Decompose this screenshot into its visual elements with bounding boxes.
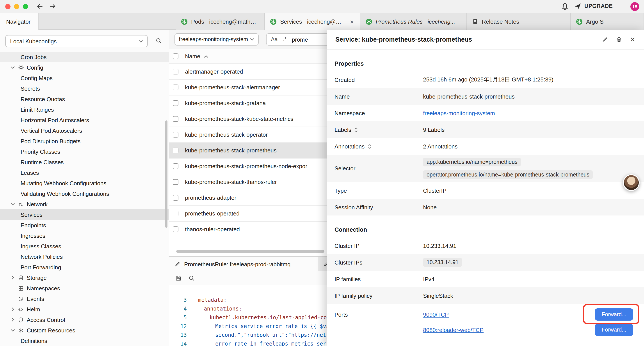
navigator-panel-tab[interactable]: Navigator bbox=[0, 13, 38, 30]
sidebar-item-validating-webhook-configurations[interactable]: Validating Webhook Configurations bbox=[0, 188, 169, 199]
row-checkbox[interactable] bbox=[173, 195, 178, 201]
horizontal-scrollbar[interactable] bbox=[176, 250, 324, 253]
edit-pencil-icon[interactable] bbox=[602, 36, 608, 42]
row-checkbox[interactable] bbox=[173, 163, 178, 169]
sidebar-item-secrets[interactable]: Secrets bbox=[0, 83, 169, 94]
delete-trash-icon[interactable] bbox=[616, 36, 622, 42]
sidebar-search-icon[interactable] bbox=[156, 38, 162, 44]
tab-services-icecheng-math[interactable]: Services - icecheng@math...× bbox=[265, 13, 360, 30]
save-icon[interactable] bbox=[175, 275, 182, 281]
close-icon[interactable]: × bbox=[630, 35, 635, 44]
detail-value: 9 Labels bbox=[423, 126, 636, 133]
detail-value: kube-prometheus-stack-prometheus bbox=[423, 93, 636, 100]
sort-updown-icon bbox=[354, 127, 358, 132]
port-link[interactable]: 9090/TCP bbox=[423, 311, 449, 318]
chevron-right-icon[interactable] bbox=[10, 307, 16, 311]
sidebar-item-label: Pod Disruption Budgets bbox=[20, 138, 80, 144]
upgrade-button[interactable]: UPGRADE bbox=[574, 3, 613, 10]
row-checkbox[interactable] bbox=[173, 116, 178, 122]
regex-toggle[interactable]: .* bbox=[283, 36, 287, 42]
sidebar-item-events[interactable]: Events bbox=[0, 294, 169, 304]
detail-label: Cluster IP bbox=[334, 242, 423, 249]
row-checkbox[interactable] bbox=[173, 148, 178, 153]
row-checkbox[interactable] bbox=[173, 69, 178, 74]
drawer-body: PropertiesCreated253d 16h 6m ago (2025年1… bbox=[326, 49, 644, 346]
port-line: 8080:reloader-web/TCPForward... bbox=[423, 324, 633, 336]
tab-pods-icecheng-mathmas[interactable]: Pods - icecheng@mathmas... bbox=[176, 13, 265, 30]
sidebar-item-resource-quotas[interactable]: Resource Quotas bbox=[0, 94, 169, 104]
match-case-toggle[interactable]: Aa bbox=[271, 36, 278, 42]
tab-prometheus-rules-icecheng[interactable]: Prometheus Rules - icecheng... bbox=[360, 13, 467, 30]
line-number: 14 bbox=[169, 340, 187, 346]
sidebar-item-label: Network bbox=[27, 201, 48, 207]
sidebar-item-leases[interactable]: Leases bbox=[0, 167, 169, 178]
kubeconfig-selector[interactable]: Local Kubeconfigs bbox=[5, 35, 148, 47]
chevron-down-icon[interactable] bbox=[10, 329, 16, 332]
sidebar-item-endpoints[interactable]: Endpoints bbox=[0, 220, 169, 230]
sidebar-scrollbar[interactable] bbox=[165, 120, 168, 228]
sidebar-item-cron-jobs[interactable]: Cron Jobs bbox=[0, 52, 169, 62]
name-column-header[interactable]: Name bbox=[185, 53, 200, 59]
row-checkbox[interactable] bbox=[173, 226, 178, 232]
row-checkbox[interactable] bbox=[173, 100, 178, 106]
forward-button[interactable]: Forward... bbox=[595, 324, 633, 336]
back-icon[interactable] bbox=[36, 3, 44, 10]
window-zoom-button[interactable] bbox=[23, 4, 28, 9]
kubernetes-icon bbox=[270, 18, 277, 25]
namespace-selector[interactable]: freeleaps-monitoring-system bbox=[174, 33, 259, 45]
sidebar-item-helm[interactable]: Helm bbox=[0, 304, 169, 315]
notifications-bell-icon[interactable] bbox=[561, 3, 568, 10]
sidebar-item-config-maps[interactable]: Config Maps bbox=[0, 73, 169, 83]
detail-row-namespace: Namespacefreeleaps-monitoring-system bbox=[326, 105, 644, 121]
sidebar-item-label: Definitions bbox=[20, 338, 47, 344]
row-checkbox[interactable] bbox=[173, 132, 178, 137]
window-minimize-button[interactable] bbox=[14, 4, 19, 9]
sidebar-item-pod-disruption-budgets[interactable]: Pod Disruption Budgets bbox=[0, 136, 169, 146]
shield-icon bbox=[18, 317, 24, 323]
chevron-down-icon[interactable] bbox=[10, 66, 16, 69]
tab-argo-s[interactable]: Argo S bbox=[571, 13, 644, 30]
sidebar-item-network-policies[interactable]: Network Policies bbox=[0, 251, 169, 262]
forward-button[interactable]: Forward... bbox=[595, 308, 633, 321]
sidebar-item-access-control[interactable]: Access Control bbox=[0, 315, 169, 325]
sidebar-item-label: Cron Jobs bbox=[20, 54, 47, 60]
sidebar-item-definitions[interactable]: Definitions bbox=[0, 336, 169, 346]
sidebar-item-label: Namespaces bbox=[27, 285, 60, 292]
notification-count-badge[interactable]: 15 bbox=[630, 2, 639, 11]
forward-icon[interactable] bbox=[49, 3, 56, 10]
sidebar-item-priority-classes[interactable]: Priority Classes bbox=[0, 146, 169, 157]
chevron-down-icon[interactable] bbox=[10, 203, 16, 205]
sidebar-item-custom-resources[interactable]: Custom Resources bbox=[0, 325, 169, 336]
close-icon[interactable]: × bbox=[349, 18, 355, 25]
tab-release-notes[interactable]: Release Notes bbox=[467, 13, 571, 30]
sidebar-item-ingress-classes[interactable]: Ingress Classes bbox=[0, 241, 169, 251]
chevron-right-icon[interactable] bbox=[10, 276, 16, 280]
sidebar-item-network[interactable]: Network bbox=[0, 199, 169, 209]
row-checkbox[interactable] bbox=[173, 211, 178, 216]
row-checkbox[interactable] bbox=[173, 84, 178, 90]
sidebar-item-runtime-classes[interactable]: Runtime Classes bbox=[0, 157, 169, 167]
sort-ascending-icon[interactable] bbox=[204, 55, 208, 58]
helm-icon bbox=[18, 306, 24, 312]
chevron-down-icon bbox=[250, 38, 254, 41]
sidebar-item-services[interactable]: Services bbox=[0, 209, 169, 220]
sidebar-item-vertical-pod-autoscalers[interactable]: Vertical Pod Autoscalers bbox=[0, 125, 169, 136]
editor-tab-prometheusrule[interactable]: PrometheusRule: freeleaps-prod-rabbitmq bbox=[169, 257, 318, 272]
editor-search-icon[interactable] bbox=[188, 275, 195, 281]
namespace-link[interactable]: freeleaps-monitoring-system bbox=[423, 110, 495, 116]
sidebar-item-port-forwarding[interactable]: Port Forwarding bbox=[0, 262, 169, 272]
assistant-avatar[interactable] bbox=[623, 174, 640, 191]
sidebar-item-mutating-webhook-configurations[interactable]: Mutating Webhook Configurations bbox=[0, 178, 169, 188]
sidebar-item-storage[interactable]: Storage bbox=[0, 272, 169, 283]
row-checkbox[interactable] bbox=[173, 179, 178, 185]
sidebar-item-limit-ranges[interactable]: Limit Ranges bbox=[0, 104, 169, 115]
code-text: Metrics service error rate is {{ $va bbox=[215, 322, 329, 331]
port-link[interactable]: 8080:reloader-web/TCP bbox=[423, 327, 484, 333]
window-close-button[interactable] bbox=[5, 4, 10, 9]
sidebar-item-ingresses[interactable]: Ingresses bbox=[0, 230, 169, 241]
sidebar-item-namespaces[interactable]: Namespaces bbox=[0, 283, 169, 294]
chevron-right-icon[interactable] bbox=[10, 318, 16, 322]
select-all-checkbox[interactable] bbox=[173, 53, 178, 59]
sidebar-item-horizontal-pod-autoscalers[interactable]: Horizontal Pod Autoscalers bbox=[0, 115, 169, 125]
sidebar-item-config[interactable]: Config bbox=[0, 62, 169, 73]
